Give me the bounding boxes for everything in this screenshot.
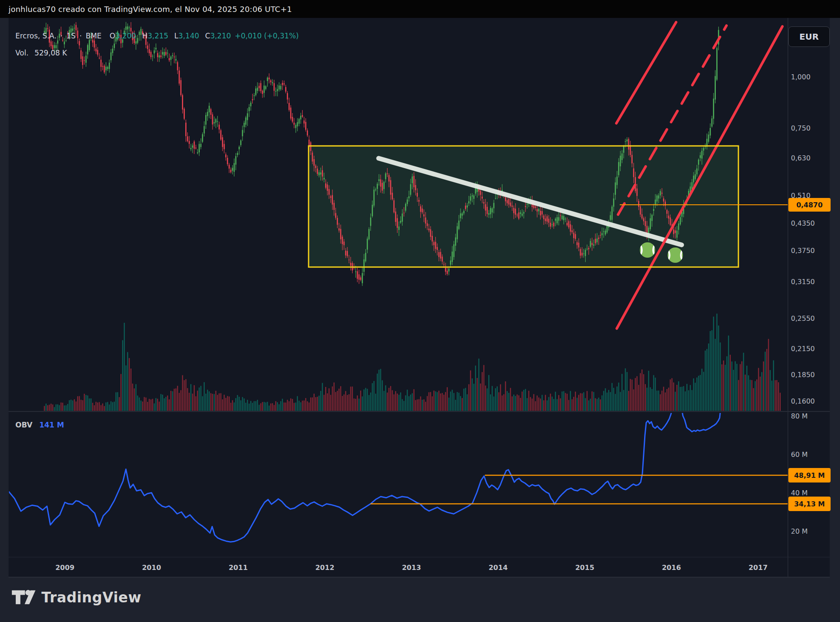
year-label-2011: 2011: [229, 564, 248, 572]
attribution-text: jonhlucas70 creado con TradingView.com, …: [9, 5, 292, 14]
year-label-2013: 2013: [402, 564, 421, 572]
tradingview-screenshot: jonhlucas70 creado con TradingView.com, …: [0, 0, 840, 622]
year-label-2015: 2015: [575, 564, 595, 572]
obv-tick-20M: 20 M: [791, 527, 808, 535]
chart-canvas[interactable]: [0, 0, 840, 622]
obv-level-badge-2[interactable]: 34,13 M: [788, 497, 831, 511]
price-tick-0,3750: 0,3750: [791, 247, 815, 255]
tradingview-logo-icon: [11, 587, 36, 607]
price-tick-1,000: 1,000: [791, 73, 811, 81]
year-label-2016: 2016: [662, 564, 681, 572]
price-tick-0,630: 0,630: [791, 154, 811, 162]
price-tick-0,2150: 0,2150: [791, 345, 815, 353]
year-label-2017: 2017: [749, 564, 768, 572]
price-tick-0,750: 0,750: [791, 124, 811, 132]
year-label-2014: 2014: [489, 564, 508, 572]
price-tick-0,4350: 0,4350: [791, 219, 815, 227]
currency-button[interactable]: EUR: [788, 26, 830, 47]
currency-label: EUR: [799, 32, 819, 42]
obv-tick-40M: 40 M: [791, 489, 808, 497]
price-tick-0,2550: 0,2550: [791, 314, 815, 323]
price-tick-0,1850: 0,1850: [791, 371, 815, 379]
tradingview-logo-text: TradingView: [41, 589, 141, 606]
year-label-2012: 2012: [315, 564, 335, 572]
price-tick-0,3150: 0,3150: [791, 278, 815, 286]
tradingview-logo[interactable]: TradingView: [11, 587, 141, 607]
year-label-2009: 2009: [55, 564, 75, 572]
obv-tick-60M: 60 M: [791, 451, 808, 459]
obv-tick-80M: 80 M: [791, 412, 808, 420]
obv-level-badge-1[interactable]: 48,91 M: [788, 468, 831, 482]
year-label-2010: 2010: [142, 564, 161, 572]
price-level-badge[interactable]: 0,4870: [788, 198, 831, 212]
price-tick-0,1600: 0,1600: [791, 397, 815, 405]
attribution-bar: jonhlucas70 creado con TradingView.com, …: [0, 0, 840, 18]
